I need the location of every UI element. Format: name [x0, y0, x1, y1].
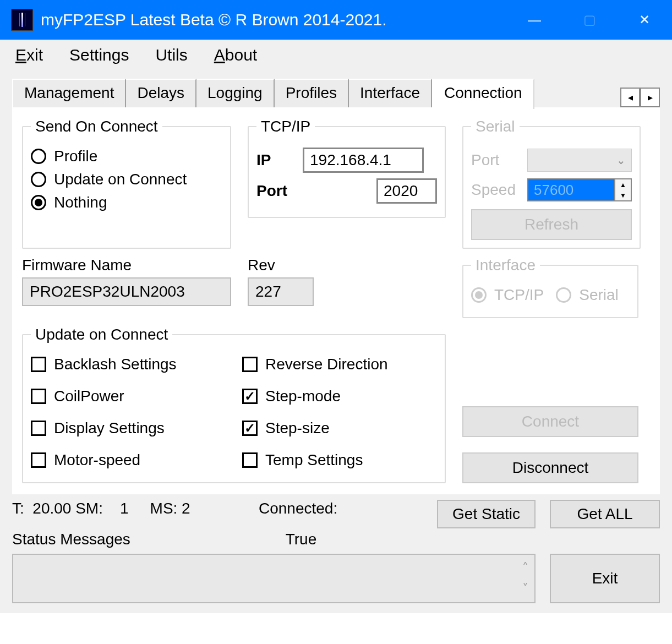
check-motor-speed[interactable] — [31, 452, 46, 468]
status-messages-box[interactable]: ˄˅ — [12, 554, 536, 603]
check-reverse-direction[interactable] — [242, 357, 258, 372]
chevron-down-icon: ⌄ — [616, 154, 626, 167]
title-bar: myFP2ESP Latest Beta © R Brown 2014-2021… — [0, 0, 672, 40]
spinner-down-icon[interactable]: ▼ — [615, 190, 631, 200]
tab-strip: Management Delays Logging Profiles Inter… — [12, 78, 660, 109]
tab-profiles[interactable]: Profiles — [275, 79, 349, 107]
radio-nothing[interactable] — [31, 195, 46, 210]
value-firmware-name: PRO2ESP32ULN2003 — [22, 277, 231, 306]
legend-interface: Interface — [471, 256, 540, 274]
menu-settings[interactable]: Settings — [69, 46, 129, 64]
connect-button[interactable]: Connect — [462, 406, 638, 437]
tab-connection[interactable]: Connection — [432, 79, 534, 109]
label-port: Port — [256, 182, 295, 200]
scroll-up-icon[interactable]: ˄ — [522, 561, 528, 575]
spinner-up-icon[interactable]: ▲ — [615, 179, 631, 190]
maximize-button: ▢ — [562, 0, 617, 40]
group-serial: Serial Port ⌄ Speed 57600 ▲▼ Refresh — [462, 118, 641, 249]
legend-tcpip: TCP/IP — [256, 118, 315, 135]
spinner-serial-speed[interactable]: 57600 ▲▼ — [527, 178, 632, 201]
menu-exit[interactable]: Exit — [15, 46, 43, 64]
label-ip: IP — [256, 151, 295, 169]
group-tcpip: TCP/IP IP192.168.4.1 Port2020 — [248, 118, 446, 218]
value-rev: 227 — [248, 277, 314, 306]
radio-interface-tcpip — [471, 287, 487, 303]
input-ip[interactable]: 192.168.4.1 — [303, 148, 424, 173]
tab-scroll-left[interactable]: ◂ — [620, 88, 640, 107]
check-stepmode[interactable] — [242, 389, 258, 404]
check-temp-settings[interactable] — [242, 452, 258, 468]
get-all-button[interactable]: Get ALL — [550, 500, 660, 528]
tab-scroll-right[interactable]: ▸ — [640, 88, 660, 107]
close-button[interactable]: ✕ — [617, 0, 672, 40]
input-port[interactable]: 2020 — [376, 178, 437, 204]
disconnect-button[interactable]: Disconnect — [462, 452, 638, 483]
label-serial-speed: Speed — [471, 181, 521, 199]
status-area: T: 20.00 SM: 1 MS: 2 Connected: Get Stat… — [0, 494, 672, 613]
menu-bar: Exit Settings Utils About — [0, 40, 672, 70]
label-firmware-name: Firmware Name — [22, 256, 231, 274]
label-connected: Connected: — [259, 500, 363, 528]
check-coilpower[interactable] — [31, 389, 46, 404]
label-status-messages: Status Messages — [12, 531, 249, 548]
menu-utils[interactable]: Utils — [155, 46, 187, 64]
check-display-settings[interactable] — [31, 421, 46, 436]
radio-interface-serial — [556, 287, 571, 303]
scroll-down-icon[interactable]: ˅ — [522, 582, 528, 596]
app-icon — [11, 9, 33, 31]
radio-profile[interactable] — [31, 149, 46, 164]
value-connected: True — [249, 531, 353, 548]
menu-about[interactable]: About — [214, 46, 257, 64]
check-backlash[interactable] — [31, 357, 46, 372]
window-title: myFP2ESP Latest Beta © R Brown 2014-2021… — [41, 10, 507, 29]
minimize-button[interactable]: — — [507, 0, 562, 40]
status-readout: T: 20.00 SM: 1 MS: 2 — [12, 500, 249, 528]
legend-update: Update on Connect — [31, 326, 172, 343]
get-static-button[interactable]: Get Static — [437, 500, 536, 528]
check-stepsize[interactable] — [242, 421, 258, 436]
legend-send-on-connect: Send On Connect — [31, 118, 162, 135]
combo-serial-port[interactable]: ⌄ — [527, 149, 632, 172]
tab-logging[interactable]: Logging — [196, 79, 275, 107]
exit-button[interactable]: Exit — [550, 554, 660, 603]
refresh-button[interactable]: Refresh — [471, 209, 632, 240]
tab-panel-connection: Send On Connect Profile Update on Connec… — [12, 109, 660, 494]
tab-interface[interactable]: Interface — [349, 79, 432, 107]
label-serial-port: Port — [471, 151, 521, 169]
tab-management[interactable]: Management — [12, 79, 126, 107]
group-update-on-connect: Update on Connect Backlash Settings Reve… — [22, 326, 446, 483]
group-send-on-connect: Send On Connect Profile Update on Connec… — [22, 118, 231, 249]
legend-serial: Serial — [471, 118, 520, 135]
label-rev: Rev — [248, 256, 446, 274]
group-interface: Interface TCP/IP Serial — [462, 256, 638, 318]
radio-update-on-connect[interactable] — [31, 172, 46, 187]
tab-delays[interactable]: Delays — [126, 79, 196, 107]
